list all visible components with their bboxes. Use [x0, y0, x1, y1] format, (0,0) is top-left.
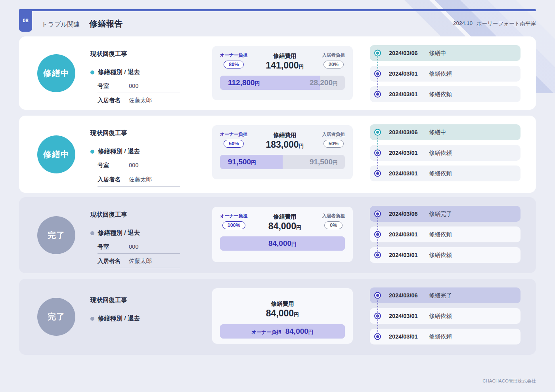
room-label: 号室: [98, 162, 129, 169]
timeline-status: 修繕中: [429, 49, 446, 57]
room-field: 号室 000: [98, 158, 180, 172]
timeline-row: 2024/03/06 修繕完了: [370, 287, 521, 303]
timeline-row: 2024/03/01 修繕依頼: [370, 226, 521, 242]
tenant-value: 佐藤太郎: [129, 176, 152, 183]
property-name: ホーリーフォート南平岸: [477, 20, 536, 27]
repair-type-label: 修繕種別 / 退去: [98, 314, 140, 323]
room-label: 号室: [98, 82, 129, 90]
status-timeline: 2024/03/06 修繕完了 2024/03/01 修繕依頼 2024/03/…: [370, 206, 521, 263]
repair-type-row: 修繕種別 / 退去: [90, 147, 209, 156]
owner-percent-pill: 80%: [224, 61, 244, 69]
status-circle-badge: 修繕中: [37, 135, 75, 173]
owner-percent-pill: 100%: [222, 221, 245, 229]
work-title: 現状回復工事: [90, 296, 209, 304]
timeline-status: 修繕依頼: [429, 251, 452, 259]
page-number-badge: 08: [19, 9, 32, 32]
timeline-row: 2024/03/06 修繕中: [370, 124, 521, 140]
repair-cost-label: 修繕費用: [274, 131, 297, 139]
cost-split-bar: 91,500円 91,500円: [220, 155, 345, 169]
timeline-status: 修繕依頼: [429, 149, 452, 157]
repair-type-label: 修繕種別 / 退去: [98, 229, 140, 237]
timeline-status: 修繕中: [429, 129, 446, 136]
timeline-status: 修繕依頼: [429, 170, 452, 177]
timeline-date: 2024/03/06: [389, 292, 429, 299]
timeline-date: 2024/03/01: [389, 333, 429, 340]
work-title: 現状回復工事: [90, 129, 209, 137]
repair-info: 現状回復工事 修繕種別 / 退去: [90, 296, 209, 325]
room-value: 000: [129, 83, 138, 89]
cost-split-bar: 112,800円 28,200円: [220, 76, 345, 90]
tenant-share-column: 入居者負担 50%: [322, 131, 345, 148]
owner-amount: 112,800円: [228, 78, 260, 87]
repair-cost-label: 修繕費用: [274, 213, 297, 221]
work-title: 現状回復工事: [90, 50, 209, 58]
timeline-date: 2024/03/06: [389, 211, 429, 217]
timeline-status: 修繕依頼: [429, 333, 452, 341]
timeline-date: 2024/03/01: [389, 150, 429, 156]
repair-type-row: 修繕種別 / 退去: [90, 314, 209, 323]
company-name: CHACHACO管理株式会社: [482, 378, 536, 384]
tenant-amount: 91,500円: [310, 158, 338, 166]
header-meta: 2024.10 ホーリーフォート南平岸: [453, 20, 536, 27]
repair-cost-amount: 141,000円: [266, 61, 304, 70]
timeline-row: 2024/03/01 修繕依頼: [370, 166, 521, 181]
repair-cost-column: 修繕費用 84,000円: [220, 295, 345, 318]
timeline-date: 2024/03/06: [389, 129, 429, 135]
repair-type-row: 修繕種別 / 退去: [90, 68, 209, 76]
timeline-row: 2024/03/01 修繕依頼: [370, 66, 521, 82]
timeline-connector: [377, 53, 378, 74]
timeline-row: 2024/03/01 修繕依頼: [370, 329, 521, 344]
status-circle-badge: 修繕中: [37, 54, 75, 92]
owner-share-column: オーナー負担 80%: [220, 52, 248, 69]
repair-card-4: 完了 現状回復工事 修繕種別 / 退去 修繕費用 84,000円 オーナー負担8…: [19, 279, 536, 355]
owner-share-label: オーナー負担: [220, 52, 248, 58]
owner-share-label: オーナー負担: [251, 329, 281, 335]
timeline-date: 2024/03/01: [389, 70, 429, 77]
room-label: 号室: [98, 243, 129, 251]
room-field: 号室 000: [98, 79, 180, 93]
timeline-date: 2024/03/01: [389, 231, 429, 238]
cost-panel: オーナー負担 80% 修繕費用 141,000円 入居者負担 20% 112,8…: [212, 46, 353, 100]
room-value: 000: [129, 244, 138, 250]
header-category: トラブル関連: [41, 21, 80, 29]
tenant-field: 入居者名 佐藤太郎: [98, 254, 180, 268]
timeline-date: 2024/03/01: [389, 91, 429, 97]
status-circle-badge: 完了: [37, 216, 75, 254]
repair-card-2: 修繕中 現状回復工事 修繕種別 / 退去 号室 000 入居者名 佐藤太郎 オー…: [19, 116, 536, 193]
timeline-status: 修繕依頼: [429, 70, 452, 78]
tenant-percent-pill: 20%: [323, 61, 344, 69]
owner-share-column: オーナー負担 50%: [220, 131, 248, 148]
room-field: 号室 000: [98, 240, 180, 254]
room-value: 000: [129, 162, 138, 168]
repair-cost-column: 修繕費用 84,000円: [268, 213, 301, 231]
tenant-value: 佐藤太郎: [129, 257, 152, 265]
repair-cost-amount: 84,000円: [268, 221, 301, 231]
timeline-connector: [377, 316, 378, 337]
cost-split-bar: オーナー負担84,000円: [220, 324, 345, 339]
bullet-icon: [90, 70, 94, 74]
owner-percent-pill: 50%: [224, 140, 244, 148]
tenant-field: 入居者名 佐藤太郎: [98, 93, 180, 107]
bullet-icon: [90, 150, 94, 154]
repair-info: 現状回復工事 修繕種別 / 退去 号室 000 入居者名 佐藤太郎: [90, 211, 209, 268]
repair-type-label: 修繕種別 / 退去: [98, 68, 140, 76]
timeline-connector: [377, 132, 378, 153]
timeline-connector: [377, 295, 378, 316]
timeline-status: 修繕依頼: [429, 231, 452, 238]
repair-cost-label: 修繕費用: [274, 52, 297, 60]
tenant-value: 佐藤太郎: [129, 97, 152, 104]
timeline-row: 2024/03/01 修繕依頼: [370, 86, 521, 102]
tenant-share-column: 入居者負担 20%: [322, 52, 345, 69]
timeline-status: 修繕依頼: [429, 312, 452, 320]
repair-cost-column: 修繕費用 141,000円: [266, 52, 304, 70]
timeline-date: 2024/03/06: [389, 50, 429, 56]
bullet-icon: [90, 231, 94, 235]
bullet-icon: [90, 317, 94, 321]
timeline-row: 2024/03/06 修繕完了: [370, 206, 521, 222]
repair-info: 現状回復工事 修繕種別 / 退去 号室 000 入居者名 佐藤太郎: [90, 129, 209, 186]
tenant-label: 入居者名: [98, 176, 129, 183]
cost-panel: 修繕費用 84,000円 オーナー負担84,000円: [212, 288, 353, 344]
owner-amount: 84,000円: [268, 239, 297, 248]
timeline-date: 2024/03/01: [389, 313, 429, 319]
repair-info: 現状回復工事 修繕種別 / 退去 号室 000 入居者名 佐藤太郎: [90, 50, 209, 107]
